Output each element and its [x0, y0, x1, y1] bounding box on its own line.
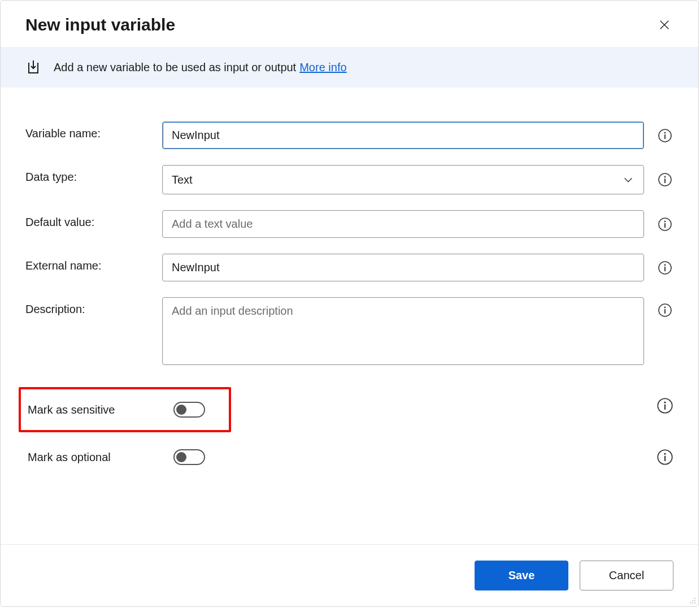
variable-name-row: Variable name:	[25, 121, 673, 149]
more-info-link[interactable]: More info	[299, 61, 346, 74]
mark-sensitive-label: Mark as sensitive	[28, 403, 173, 416]
external-name-input[interactable]	[162, 254, 644, 281]
default-value-info-button[interactable]	[656, 216, 673, 233]
info-icon	[658, 172, 672, 187]
svg-point-7	[664, 220, 666, 222]
svg-point-19	[664, 453, 666, 455]
variable-name-input[interactable]	[162, 121, 644, 149]
svg-point-1	[664, 132, 666, 133]
svg-rect-8	[664, 223, 666, 228]
input-variable-icon	[25, 59, 41, 75]
svg-rect-11	[664, 267, 666, 271]
svg-rect-20	[664, 456, 666, 461]
data-type-label: Data type:	[25, 165, 162, 184]
svg-point-4	[664, 176, 666, 178]
description-row: Description:	[25, 297, 673, 368]
data-type-value: Text	[172, 173, 193, 186]
mark-optional-label: Mark as optional	[28, 451, 173, 464]
svg-rect-2	[664, 134, 666, 139]
svg-point-10	[664, 264, 666, 266]
chevron-down-icon	[622, 173, 634, 186]
info-icon	[658, 260, 672, 275]
dialog-footer: Save Cancel	[1, 544, 698, 606]
mark-sensitive-highlight: Mark as sensitive	[19, 387, 231, 432]
description-info-button[interactable]	[656, 302, 673, 319]
mark-optional-toggle[interactable]	[173, 449, 205, 465]
cancel-button[interactable]: Cancel	[580, 561, 673, 590]
svg-rect-17	[664, 405, 666, 410]
new-input-variable-dialog: New input variable Add a new variable to…	[0, 0, 699, 607]
svg-point-13	[664, 307, 666, 309]
description-textarea[interactable]	[162, 297, 644, 365]
variable-name-label: Variable name:	[25, 121, 162, 140]
info-icon	[658, 303, 672, 318]
info-icon	[656, 397, 673, 414]
default-value-label: Default value:	[25, 210, 162, 229]
info-icon	[656, 449, 673, 466]
info-icon	[658, 128, 672, 143]
variable-name-info-button[interactable]	[656, 127, 673, 144]
info-bar-text: Add a new variable to be used as input o…	[54, 61, 296, 74]
mark-sensitive-row: Mark as sensitive	[25, 379, 673, 432]
data-type-select[interactable]: Text	[162, 165, 644, 194]
description-label: Description:	[25, 297, 162, 316]
toggle-knob	[176, 405, 186, 415]
dialog-header: New input variable	[1, 1, 698, 47]
default-value-input[interactable]	[162, 210, 644, 238]
close-icon	[658, 19, 671, 31]
info-bar: Add a new variable to be used as input o…	[1, 47, 698, 88]
close-button[interactable]	[655, 16, 673, 34]
dialog-body: Variable name: Data type: Text	[1, 88, 698, 544]
data-type-info-button[interactable]	[656, 171, 673, 188]
mark-sensitive-toggle[interactable]	[173, 402, 205, 418]
mark-sensitive-info-button[interactable]	[656, 397, 673, 414]
save-button[interactable]: Save	[475, 561, 568, 590]
svg-point-16	[664, 402, 666, 403]
external-name-label: External name:	[25, 254, 162, 272]
default-value-row: Default value:	[25, 210, 673, 238]
mark-optional-info-button[interactable]	[656, 449, 673, 466]
data-type-row: Data type: Text	[25, 165, 673, 194]
external-name-row: External name:	[25, 254, 673, 281]
toggle-knob	[176, 452, 186, 462]
svg-rect-14	[664, 309, 666, 314]
info-icon	[658, 217, 672, 232]
svg-rect-5	[664, 179, 666, 183]
external-name-info-button[interactable]	[656, 259, 673, 276]
mark-optional-row: Mark as optional	[25, 444, 673, 471]
dialog-title: New input variable	[25, 15, 655, 34]
